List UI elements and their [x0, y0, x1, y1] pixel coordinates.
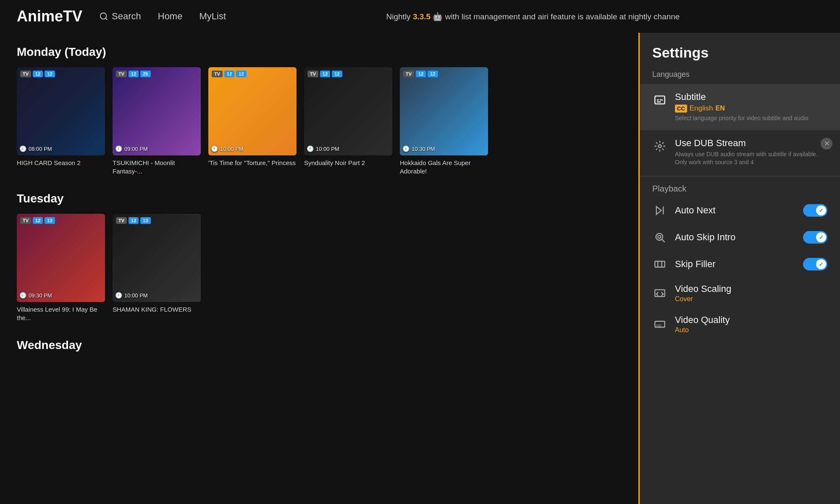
svg-line-1: [105, 18, 107, 20]
badge-tv: TV: [116, 71, 127, 77]
air-time: 09:00 PM: [124, 146, 148, 152]
anime-card-shaman[interactable]: TV 12 13 🕙 10:00 PM SHAMAN KING: FLOWERS: [113, 214, 201, 322]
time-overlay: 🕘 09:00 PM: [115, 145, 148, 152]
svg-point-9: [658, 235, 661, 238]
badge-tv: TV: [20, 71, 31, 77]
anime-card-tis[interactable]: TV 12 12 🕙 10:00 PM 'Tis Time for "Tortu…: [208, 67, 297, 175]
badge-row: TV 12 13: [116, 217, 151, 224]
clock-icon: 🕙: [211, 145, 218, 152]
dub-stream-close-button[interactable]: ✕: [821, 138, 832, 150]
badge-tv: TV: [307, 71, 318, 77]
day-title-wednesday: Wednesday: [17, 339, 622, 352]
day-section-tuesday: Tuesday TV 12 13 🕤 09:30 PM: [17, 192, 622, 322]
day-section-wednesday: Wednesday: [17, 339, 622, 352]
anime-title: 'Tis Time for "Torture," Princess: [208, 159, 297, 167]
subtitle-badge: CC English EN: [675, 104, 725, 113]
auto-next-label: Auto Next: [675, 205, 795, 216]
day-title-tuesday: Tuesday: [17, 192, 622, 205]
auto-skip-intro-label: Auto Skip Intro: [675, 232, 795, 243]
anime-row-tuesday: TV 12 13 🕤 09:30 PM Villainess Level 99:…: [17, 214, 622, 322]
logo: AnimeTV: [17, 8, 82, 25]
anime-card-syn[interactable]: TV 12 12 🕙 10:00 PM Synduality Noir Part…: [304, 67, 392, 175]
badge-tv: TV: [20, 217, 31, 224]
settings-item-video-scaling[interactable]: Video Scaling Cover: [640, 278, 840, 309]
skip-filler-toggle[interactable]: [803, 258, 827, 270]
svg-line-10: [662, 239, 665, 242]
anime-card-villainess[interactable]: TV 12 13 🕤 09:30 PM Villainess Level 99:…: [17, 214, 105, 322]
playback-section-label: Playback: [640, 178, 840, 197]
badge-row: TV 12 13: [20, 217, 55, 224]
anime-card-hok[interactable]: TV 12 12 🕥 10:30 PM Hokkaido Gals Are Su…: [400, 67, 488, 175]
search-button[interactable]: Search: [99, 11, 141, 22]
clock-icon: 🕙: [307, 145, 314, 152]
settings-item-dub-stream[interactable]: Use DUB Stream Always use DUB audio stre…: [640, 130, 840, 174]
settings-item-subtitle[interactable]: Subtitle CC English EN Select language p…: [640, 84, 840, 130]
auto-next-toggle[interactable]: [803, 204, 827, 217]
nav-mylist[interactable]: MyList: [199, 11, 226, 22]
badge-ep: 13: [45, 217, 55, 224]
auto-next-icon: [652, 203, 667, 218]
anime-thumb: TV 12 12 🕙 10:00 PM: [208, 67, 297, 155]
lang-en-badge: EN: [716, 105, 725, 112]
header-banner: Nightly 3.3.5 🤖 with list management and…: [243, 12, 823, 21]
auto-skip-intro-toggle[interactable]: [803, 231, 827, 244]
time-overlay: 🕤 09:30 PM: [19, 292, 52, 299]
air-time: 09:30 PM: [29, 292, 52, 299]
badge-rating: 12: [224, 71, 234, 77]
badge-rating: 12: [129, 217, 139, 224]
nav-home[interactable]: Home: [158, 11, 183, 22]
dub-stream-description: Always use DUB audio stream with subtitl…: [675, 150, 827, 167]
badge-ep: 25: [140, 71, 150, 77]
toggle-knob: [816, 205, 826, 215]
version-badge: 3.3.5: [413, 12, 430, 21]
clock-icon: 🕥: [402, 145, 410, 152]
badge-tv: TV: [116, 217, 127, 224]
search-icon: [99, 12, 108, 21]
anime-card-tsuki[interactable]: TV 12 25 🕘 09:00 PM TSUKIMICHI - Moonlit…: [113, 67, 201, 175]
air-time: 10:00 PM: [316, 146, 339, 152]
badge-ep: 12: [332, 71, 342, 77]
settings-item-video-quality[interactable]: HD Video Quality Auto: [640, 309, 840, 340]
badge-tv: TV: [403, 71, 414, 77]
anime-title: Hokkaido Gals Are Super Adorable!: [400, 159, 488, 175]
svg-point-6: [659, 144, 662, 147]
anime-title: TSUKIMICHI - Moonlit Fantasy-...: [113, 159, 201, 175]
toggle-knob: [816, 259, 826, 269]
air-time: 08:00 PM: [29, 146, 52, 152]
toggle-auto-next[interactable]: Auto Next: [640, 197, 840, 224]
badge-rating: 12: [33, 217, 43, 224]
toggle-auto-skip-intro[interactable]: Auto Skip Intro: [640, 224, 840, 251]
skip-filler-icon: [652, 257, 667, 272]
dub-stream-icon: [652, 139, 667, 154]
badge-row: TV 12 12: [20, 71, 55, 77]
badge-ep: 12: [45, 71, 55, 77]
anime-card-highcard[interactable]: TV 12 12 🕗 08:00 PM HIGH CARD Season 2: [17, 67, 105, 175]
video-scaling-value: Cover: [675, 295, 827, 303]
badge-row: TV 12 12: [307, 71, 342, 77]
svg-rect-11: [655, 261, 664, 267]
video-scaling-content: Video Scaling Cover: [675, 284, 827, 303]
anime-title: SHAMAN KING: FLOWERS: [113, 305, 201, 314]
anime-title: HIGH CARD Season 2: [17, 159, 105, 167]
day-title-monday: Monday (Today): [17, 45, 622, 59]
subtitle-icon: [652, 92, 667, 108]
video-scaling-title: Video Scaling: [675, 284, 827, 294]
video-quality-icon: HD: [652, 317, 667, 332]
clock-icon: 🕘: [115, 145, 122, 152]
main-layout: Monday (Today) TV 12 12 🕗 08:00 PM: [0, 33, 840, 504]
clock-icon: 🕤: [19, 292, 26, 299]
svg-text:HD: HD: [656, 324, 662, 328]
badge-rating: 12: [129, 71, 139, 77]
badge-ep: 12: [428, 71, 438, 77]
video-scaling-icon: [652, 286, 667, 301]
svg-point-0: [100, 13, 107, 19]
time-overlay: 🕙 10:00 PM: [115, 292, 148, 299]
toggle-knob: [816, 232, 826, 242]
video-quality-title: Video Quality: [675, 315, 827, 326]
lang-cc-icon: CC: [675, 105, 687, 113]
toggle-skip-filler[interactable]: Skip Filler: [640, 251, 840, 278]
anime-thumb: TV 12 12 🕗 08:00 PM: [17, 67, 105, 155]
video-quality-value: Auto: [675, 326, 827, 334]
languages-section-label: Languages: [640, 67, 840, 84]
auto-skip-intro-icon: [652, 230, 667, 245]
